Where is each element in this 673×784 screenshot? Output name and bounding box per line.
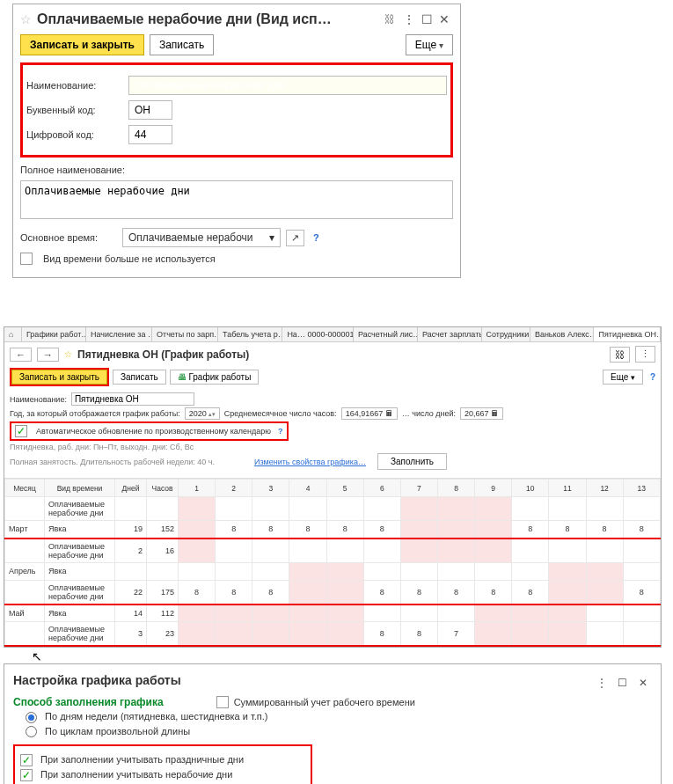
highlight-auto-update: Автоматическое обновление по производств… — [10, 421, 289, 441]
name-label: Наименование: — [10, 395, 67, 404]
year-label: Год, за который отображается график рабо… — [10, 409, 180, 418]
days-label: … число дней: — [402, 409, 456, 418]
schedule-settings-dialog: Настройка графика работы ⋮ ☐ ✕ Способ за… — [4, 663, 662, 784]
base-time-dropdown[interactable]: Оплачиваемые нерабочи ▾ — [122, 228, 281, 247]
cursor-pointer-icon: ↖ — [32, 649, 42, 663]
tab-item[interactable]: Графики работ…× — [22, 327, 86, 341]
table-row[interactable]: АпрельЯвка — [5, 562, 661, 580]
consider-holidays-checkbox[interactable] — [20, 754, 33, 766]
digit-code-label: Цифровой код: — [26, 129, 123, 140]
by-cycles-radio[interactable] — [26, 726, 37, 737]
days-field[interactable]: 20,667 🖩 — [460, 407, 503, 420]
tab-item[interactable]: Начисление за …× — [86, 327, 152, 341]
help-icon[interactable]: ? — [313, 232, 319, 243]
summarized-checkbox[interactable] — [216, 696, 229, 708]
maximize-icon[interactable]: ☐ — [418, 12, 435, 26]
more-button[interactable]: Еще — [603, 370, 643, 385]
nav-fwd-button[interactable]: → — [37, 348, 59, 362]
schedule-info-2: Полная занятость. Длительность рабочей н… — [10, 458, 215, 466]
letter-code-input[interactable] — [128, 100, 172, 120]
link-icon[interactable]: ⛓ — [384, 13, 395, 26]
digit-code-input[interactable] — [128, 125, 172, 144]
help-icon[interactable]: ? — [278, 427, 283, 436]
highlight-save-close: Записать и закрыть — [10, 368, 109, 386]
tab-item[interactable]: Отчеты по зарп…× — [152, 327, 218, 341]
letter-code-label: Буквенный код: — [26, 105, 123, 115]
page-title: Пятидневка ОН (График работы) — [77, 348, 249, 361]
summarized-label: Суммированный учет рабочего времени — [234, 697, 415, 707]
highlight-checks: При заполнении учитывать праздничные дни… — [13, 744, 312, 784]
table-row[interactable]: Оплачиваемые нерабочие дни323 887 — [5, 622, 661, 647]
chevron-down-icon: ▾ — [269, 231, 274, 244]
subtitlebar: ← → ☆ Пятидневка ОН (График работы) ⛓ ⋮ — [4, 342, 661, 366]
by-cycles-label: По циклам произвольной длины — [45, 726, 190, 736]
fullname-textarea[interactable]: Оплачиваемые нерабочие дни — [20, 180, 453, 219]
by-weekdays-label: По дням недели (пятидневка, шестидневка … — [45, 711, 267, 722]
schedule-print-button[interactable]: 🖶 График работы — [170, 370, 260, 385]
year-input[interactable]: 2020 — [185, 407, 220, 420]
table-row[interactable]: Оплачиваемые нерабочие дни216 — [5, 539, 661, 563]
time-kind-dialog: ☆ Оплачиваемые нерабочие дни (Вид исп… ⛓… — [12, 4, 461, 278]
schedule-grid[interactable]: МесяцВид времениДнейЧасов 12345678910111… — [4, 478, 661, 647]
consider-nonworkdays-label: При заполнении учитывать нерабочие дни — [40, 769, 232, 780]
tab-item[interactable]: Ваньков Алекс…× — [530, 327, 595, 341]
window-title: Оплачиваемые нерабочие дни (Вид исп… — [37, 11, 379, 27]
name-input[interactable] — [71, 392, 194, 406]
help-icon[interactable]: ? — [650, 372, 655, 382]
schedule-form: Наименование: Год, за который отображает… — [4, 388, 661, 474]
schedule-info-1: Пятидневка, раб. дни: Пн–Пт, выходн. дни… — [10, 443, 194, 451]
fullname-label: Полное наименование: — [20, 165, 125, 175]
method-heading: Способ заполнения графика — [13, 696, 164, 708]
more-button[interactable]: Еще — [406, 34, 453, 55]
close-icon[interactable]: ✕ — [634, 677, 652, 689]
tab-item[interactable]: На… 0000-0000010× — [282, 327, 354, 341]
avg-hours-label: Среднемесячное число часов: — [224, 409, 337, 418]
auto-update-checkbox[interactable] — [15, 425, 27, 437]
save-close-button[interactable]: Записать и закрыть — [11, 370, 107, 385]
tab-bar: ⌂ Графики работ…× Начисление за …× Отчет… — [4, 327, 661, 342]
favorite-icon[interactable]: ☆ — [64, 349, 72, 359]
table-row[interactable]: Оплачиваемые нерабочие дни — [5, 497, 661, 521]
table-row[interactable]: Оплачиваемые нерабочие дни22175 88888888… — [5, 580, 661, 604]
command-bar: Записать и закрыть Записать Еще — [20, 34, 453, 55]
favorite-icon[interactable]: ☆ — [20, 12, 32, 26]
base-time-label: Основное время: — [20, 232, 117, 243]
unused-checkbox[interactable] — [20, 253, 33, 265]
change-props-link[interactable]: Изменить свойства графика… — [254, 458, 366, 466]
command-bar: Записать и закрыть Записать 🖶 График раб… — [4, 366, 661, 388]
save-close-button[interactable]: Записать и закрыть — [20, 34, 144, 55]
consider-nonworkdays-checkbox[interactable] — [20, 769, 33, 781]
kebab-icon[interactable]: ⋮ — [635, 346, 655, 363]
table-row[interactable]: МартЯвка19152 888888888 — [5, 521, 661, 539]
auto-update-label: Автоматическое обновление по производств… — [36, 427, 271, 436]
nav-back-button[interactable]: ← — [10, 348, 32, 362]
by-weekdays-radio[interactable] — [26, 712, 37, 723]
tab-item[interactable]: Сотрудники× — [482, 327, 530, 341]
consider-holidays-label: При заполнении учитывать праздничные дни — [40, 754, 244, 765]
titlebar: ☆ Оплачиваемые нерабочие дни (Вид исп… ⛓… — [20, 11, 453, 27]
tab-item[interactable]: Расчет зарплаты× — [418, 327, 482, 341]
kebab-icon[interactable]: ⋮ — [593, 677, 611, 689]
tab-item[interactable]: Расчетный лис…× — [354, 327, 418, 341]
unused-label: Вид времени больше не используется — [43, 253, 216, 264]
name-input[interactable] — [128, 76, 447, 95]
table-header-row: МесяцВид времениДнейЧасов 12345678910111… — [5, 480, 661, 497]
page-title: Настройка графика работы — [13, 673, 593, 687]
maximize-icon[interactable]: ☐ — [614, 677, 632, 689]
tab-item[interactable]: Табель учета р…× — [218, 327, 282, 341]
base-time-value: Оплачиваемые нерабочи — [128, 231, 266, 244]
close-icon[interactable]: ✕ — [435, 12, 453, 26]
work-schedule-window: ⌂ Графики работ…× Начисление за …× Отчет… — [4, 326, 662, 648]
table-row[interactable]: МайЯвка14112 — [5, 604, 661, 622]
avg-hours-field[interactable]: 164,91667 🖩 — [341, 407, 398, 420]
tab-item-active[interactable]: Пятидневка ОН…× — [594, 327, 661, 341]
name-label: Наименование: — [26, 80, 123, 91]
highlighted-fields: Наименование: Буквенный код: Цифровой ко… — [20, 62, 453, 158]
save-button[interactable]: Записать — [150, 34, 214, 55]
fill-button[interactable]: Заполнить — [377, 453, 447, 470]
link-icon[interactable]: ⛓ — [610, 347, 630, 363]
home-tab[interactable]: ⌂ — [4, 327, 22, 341]
save-button[interactable]: Записать — [113, 370, 166, 385]
kebab-icon[interactable]: ⋮ — [400, 12, 418, 26]
open-ref-button[interactable]: ↗ — [286, 230, 304, 246]
